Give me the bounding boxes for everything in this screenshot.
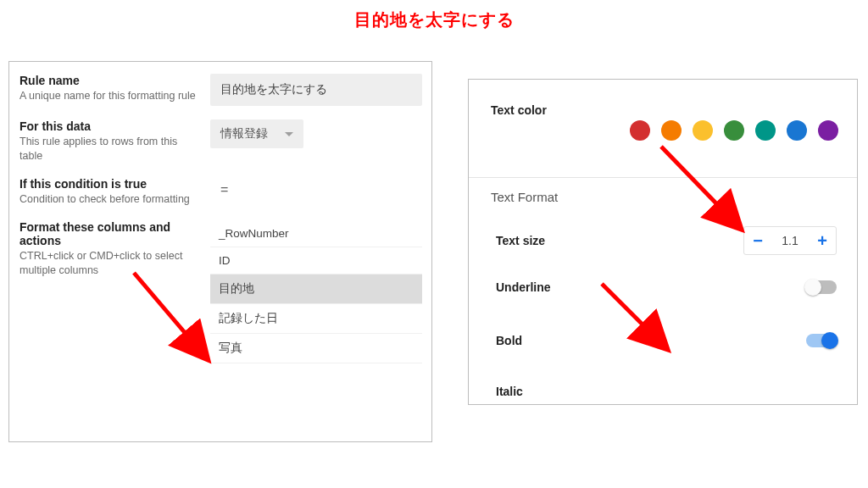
page-title: 目的地を太字にする (0, 8, 868, 31)
column-item[interactable]: _RowNumber (210, 220, 422, 247)
format-columns-row: Format these columns and actions CTRL+cl… (9, 214, 431, 370)
rule-config-panel: Rule name A unique name for this formatt… (8, 61, 432, 442)
condition-label: If this condition is true (19, 177, 202, 191)
color-swatch[interactable] (724, 120, 744, 141)
columns-list: _RowNumberID目的地記録した日写真 (210, 220, 422, 363)
rule-name-row: Rule name A unique name for this formatt… (9, 67, 431, 113)
bold-toggle[interactable] (806, 334, 837, 347)
text-format-header: Text Format (491, 190, 558, 204)
column-item[interactable]: 写真 (210, 334, 422, 363)
text-size-stepper: − 1.1 + (743, 226, 837, 255)
condition-input[interactable]: = (210, 177, 422, 202)
color-swatch[interactable] (630, 120, 650, 141)
chevron-down-icon (285, 132, 293, 136)
rule-name-label: Rule name (19, 74, 202, 87)
text-color-label: Text color (491, 103, 840, 117)
column-item[interactable]: 記録した日 (210, 304, 422, 334)
for-data-row: For this data This rule applies to rows … (9, 113, 431, 170)
text-size-label: Text size (496, 234, 545, 247)
for-data-sub: This rule applies to rows from this tabl… (19, 135, 202, 164)
color-swatch[interactable] (693, 120, 713, 141)
for-data-dropdown[interactable]: 情報登録 (210, 119, 303, 148)
italic-label: Italic (496, 385, 523, 398)
color-swatch-row (630, 120, 838, 141)
condition-sub: Condition to check before formatting (19, 192, 202, 207)
condition-row: If this condition is true Condition to c… (9, 170, 431, 214)
color-swatch[interactable] (818, 120, 838, 141)
bold-label: Bold (496, 334, 522, 347)
text-size-plus-button[interactable]: + (809, 231, 836, 251)
divider (469, 177, 857, 178)
column-item[interactable]: ID (210, 247, 422, 274)
column-item[interactable]: 目的地 (210, 274, 422, 304)
underline-label: Underline (496, 280, 551, 294)
rule-name-input[interactable]: 目的地を太字にする (210, 74, 422, 106)
for-data-label: For this data (19, 119, 202, 133)
underline-toggle[interactable] (806, 280, 837, 294)
color-swatch[interactable] (755, 120, 776, 141)
text-size-minus-button[interactable]: − (744, 231, 771, 251)
text-size-row: Text size − 1.1 + (496, 226, 837, 255)
bold-row: Bold (496, 334, 837, 347)
format-columns-sub: CTRL+click or CMD+click to select multip… (19, 249, 202, 278)
rule-name-sub: A unique name for this formatting rule (19, 89, 202, 103)
underline-row: Underline (496, 280, 837, 294)
text-size-value: 1.1 (771, 234, 809, 247)
color-swatch[interactable] (787, 120, 807, 141)
format-options-panel: Text color Text Format Text size − 1.1 +… (468, 79, 858, 405)
color-swatch[interactable] (661, 120, 682, 141)
for-data-value: 情報登録 (220, 126, 268, 141)
format-columns-label: Format these columns and actions (19, 220, 202, 247)
italic-row: Italic (496, 385, 837, 398)
